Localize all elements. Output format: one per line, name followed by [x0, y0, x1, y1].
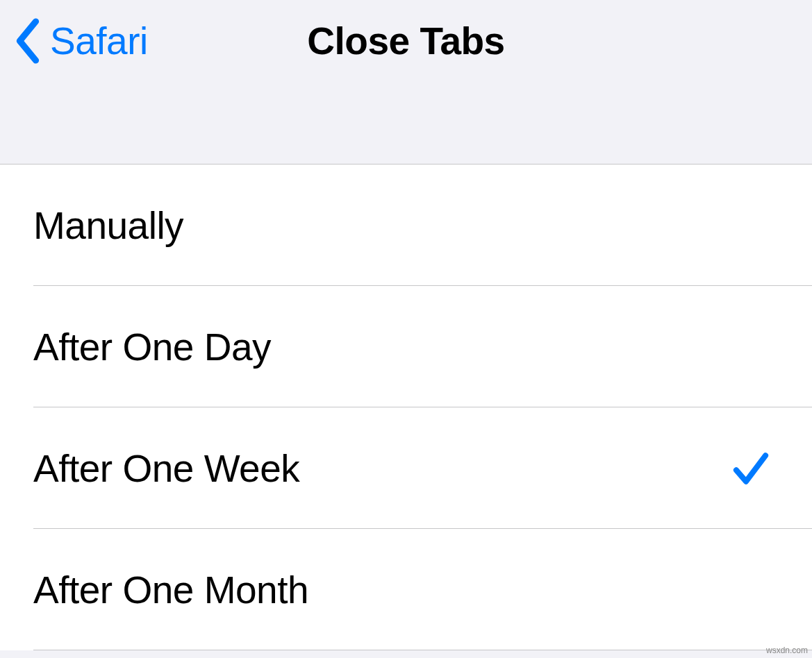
watermark: wsxdn.com	[766, 646, 808, 655]
option-manually[interactable]: Manually	[0, 164, 812, 286]
option-label: After One Month	[33, 568, 308, 612]
back-button[interactable]: Safari	[14, 18, 148, 64]
option-label: Manually	[33, 203, 183, 248]
navigation-bar: Safari Close Tabs	[0, 0, 812, 82]
option-after-one-week[interactable]: After One Week	[0, 407, 812, 529]
option-after-one-day[interactable]: After One Day	[0, 286, 812, 407]
back-label: Safari	[50, 19, 148, 63]
checkmark-icon	[731, 449, 770, 488]
chevron-left-icon	[14, 18, 42, 64]
option-label: After One Week	[33, 446, 299, 491]
options-list: Manually After One Day After One Week Af…	[0, 164, 812, 650]
option-after-one-month[interactable]: After One Month	[0, 529, 812, 650]
page-title: Close Tabs	[307, 19, 504, 63]
option-label: After One Day	[33, 325, 271, 369]
